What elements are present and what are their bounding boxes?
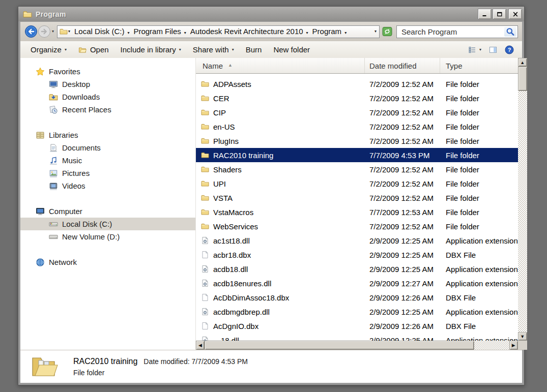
- breadcrumb-item-program[interactable]: Program: [309, 27, 344, 36]
- sidebar-item-pictures[interactable]: Pictures: [20, 167, 195, 179]
- vertical-scroll-track[interactable]: [518, 91, 527, 332]
- details-item-type: File folder: [73, 369, 248, 377]
- views-button[interactable]: ▾: [468, 46, 481, 54]
- title-bar[interactable]: Program: [18, 7, 524, 21]
- file-row-rac2010-training[interactable]: RAC2010 training7/7/2009 4:53 PMFile fol…: [196, 148, 518, 162]
- videos-icon: [49, 182, 58, 191]
- sidebar-item-libraries[interactable]: Libraries: [20, 129, 195, 141]
- column-header-type[interactable]: Type: [440, 58, 518, 73]
- file-row-acdb18-dll[interactable]: acdb18.dll2/9/2009 12:25 AMApplication e…: [196, 262, 518, 276]
- search-input[interactable]: [397, 27, 504, 36]
- maximize-button[interactable]: [493, 9, 506, 19]
- sidebar-item-desktop[interactable]: Desktop: [20, 78, 195, 91]
- file-name: AcDgnIO.dbx: [213, 322, 258, 330]
- monitor-icon: [49, 80, 58, 89]
- window-client-area: ▾ ▾ Local Disk (C:)▾Program Files▾Autode…: [20, 22, 522, 383]
- horizontal-scroll-thumb[interactable]: [205, 341, 474, 350]
- column-label: Type: [446, 62, 463, 70]
- file-row-cer[interactable]: CER7/2/2009 12:52 AMFile folder: [196, 91, 518, 105]
- file-row-plugins[interactable]: PlugIns7/2/2009 12:52 AMFile folder: [196, 134, 518, 148]
- file-row-vsta[interactable]: VSTA7/2/2009 12:52 AMFile folder: [196, 191, 518, 205]
- address-bar: ▾ ▾ Local Disk (C:)▾Program Files▾Autode…: [20, 22, 522, 41]
- breadcrumb-dropdown-icon[interactable]: ▾: [306, 31, 309, 35]
- sidebar-item-documents[interactable]: Documents: [20, 141, 195, 154]
- toolbar-item-label: Include in library: [121, 45, 176, 54]
- horizontal-scroll-track[interactable]: [474, 341, 509, 350]
- sidebar-item-favorites[interactable]: Favorites: [20, 65, 195, 78]
- file-name: CER: [213, 94, 229, 103]
- sidebar-item-music[interactable]: Music: [20, 154, 195, 167]
- file-row-acdb18enures-dll[interactable]: acdb18enures.dll2/9/2009 12:27 AMApplica…: [196, 276, 518, 290]
- toolbar-item-label: Share with: [193, 45, 229, 54]
- toolbar-share-with-button[interactable]: Share with▾: [188, 43, 239, 56]
- views-icon: [468, 46, 476, 54]
- file-name: PlugIns: [213, 137, 239, 145]
- file-row-shaders[interactable]: Shaders7/2/2009 12:52 AMFile folder: [196, 162, 518, 176]
- file-row-vstamacros[interactable]: VstaMacros7/7/2009 12:53 AMFile folder: [196, 205, 518, 219]
- sidebar-item-local-disk-c[interactable]: Local Disk (C:): [20, 218, 195, 230]
- pictures-icon: [49, 169, 58, 178]
- file-row-webservices[interactable]: WebServices7/2/2009 12:52 AMFile folder: [196, 219, 518, 233]
- file-type: Application extension: [440, 308, 518, 316]
- sidebar-item-new-volume-d[interactable]: New Volume (D:): [20, 230, 195, 243]
- file-row-acdgnio-dbx[interactable]: AcDgnIO.dbx2/9/2009 12:26 AMDBX File: [196, 319, 518, 333]
- breadcrumb-path: Local Disk (C:)▾Program Files▾Autodesk R…: [71, 27, 347, 36]
- toolbar-burn-button[interactable]: Burn: [241, 43, 267, 56]
- window-controls: [477, 9, 522, 19]
- address-history-dropdown-icon[interactable]: ▾: [374, 29, 377, 34]
- back-button[interactable]: [24, 25, 38, 38]
- column-header-date-modified[interactable]: Date modified: [365, 58, 440, 73]
- sidebar-item-computer[interactable]: Computer: [20, 205, 195, 218]
- file-date-modified: 7/2/2009 12:52 AM: [365, 222, 440, 231]
- sidebar-item-label: Downloads: [62, 93, 100, 101]
- file-row-en-us[interactable]: en-US7/2/2009 12:52 AMFile folder: [196, 119, 518, 134]
- file-name: acdbmgdbrep.dll: [213, 308, 270, 316]
- toolbar-organize-button[interactable]: Organize▾: [25, 43, 72, 56]
- close-button[interactable]: [508, 9, 522, 19]
- toolbar-include-in-library-button[interactable]: Include in library▾: [116, 43, 186, 56]
- sidebar-item-videos[interactable]: Videos: [20, 179, 195, 192]
- help-button[interactable]: ?: [505, 45, 514, 54]
- breadcrumb-dropdown-icon[interactable]: ▾: [184, 31, 187, 35]
- file-row-ac1st18-dll[interactable]: ac1st18.dll2/9/2009 12:25 AMApplication …: [196, 233, 518, 248]
- recent-pages-dropdown-icon[interactable]: ▾: [52, 29, 54, 34]
- scroll-down-button[interactable]: ▼: [518, 332, 527, 341]
- file-date-modified: 2/9/2009 12:25 AM: [365, 336, 440, 341]
- file-row-adpassets[interactable]: ADPAssets7/2/2009 12:52 AMFile folder: [196, 77, 518, 91]
- breadcrumb-item-program-files[interactable]: Program Files: [130, 27, 183, 36]
- sidebar-item-network[interactable]: Network: [20, 256, 195, 268]
- scroll-right-button[interactable]: ▶: [509, 341, 518, 350]
- vertical-scrollbar[interactable]: ▲ ▼: [518, 58, 527, 341]
- search-icon[interactable]: [504, 27, 516, 37]
- toolbar-new-folder-button[interactable]: New folder: [268, 43, 315, 56]
- sidebar-section-computer: ComputerLocal Disk (C:)New Volume (D:): [20, 205, 195, 243]
- sidebar-item-label: Local Disk (C:): [62, 220, 112, 228]
- toolbar-open-button[interactable]: Open: [73, 43, 114, 56]
- file-row-cip[interactable]: CIP7/2/2009 12:52 AMFile folder: [196, 105, 518, 119]
- minimize-button[interactable]: [478, 9, 492, 19]
- scroll-up-button[interactable]: ▲: [518, 58, 527, 67]
- breadcrumb-item-autodesk-revit-architecture-2010[interactable]: Autodesk Revit Architecture 2010: [187, 27, 306, 36]
- forward-button[interactable]: [38, 25, 51, 38]
- file-row-18-dll[interactable]: …18.dll2/9/2009 12:25 AMApplication exte…: [196, 333, 518, 341]
- column-header-name[interactable]: Name ▲: [196, 58, 365, 73]
- breadcrumb[interactable]: ▾ Local Disk (C:)▾Program Files▾Autodesk…: [57, 25, 380, 38]
- file-row-upi[interactable]: UPI7/2/2009 12:52 AMFile folder: [196, 176, 518, 191]
- horizontal-scrollbar[interactable]: ◀ ▶: [196, 341, 518, 350]
- file-row-acdbdimassoc18-dbx[interactable]: AcDbDimAssoc18.dbx2/9/2009 12:26 AMDBX F…: [196, 290, 518, 305]
- sidebar-item-downloads[interactable]: Downloads: [20, 91, 195, 103]
- star-icon: [36, 67, 45, 76]
- sidebar-item-recent-places[interactable]: Recent Places: [20, 103, 195, 116]
- preview-pane-button[interactable]: [489, 46, 497, 54]
- breadcrumb-item-local-disk-c[interactable]: Local Disk (C:): [71, 27, 127, 36]
- file-type: Application extension: [440, 265, 518, 274]
- file-row-acbr18-dbx[interactable]: acbr18.dbx2/9/2009 12:25 AMDBX File: [196, 248, 518, 262]
- scroll-left-button[interactable]: ◀: [196, 341, 205, 350]
- vertical-scroll-thumb[interactable]: [518, 67, 527, 91]
- file-date-modified: 2/9/2009 12:25 AM: [365, 308, 440, 316]
- file-row-acdbmgdbrep-dll[interactable]: acdbmgdbrep.dll2/9/2009 12:25 AMApplicat…: [196, 305, 518, 319]
- sidebar-item-label: Recent Places: [62, 105, 111, 114]
- refresh-button[interactable]: [382, 26, 392, 37]
- file-name: UPI: [213, 179, 226, 188]
- breadcrumb-dropdown-icon[interactable]: ▾: [344, 31, 347, 35]
